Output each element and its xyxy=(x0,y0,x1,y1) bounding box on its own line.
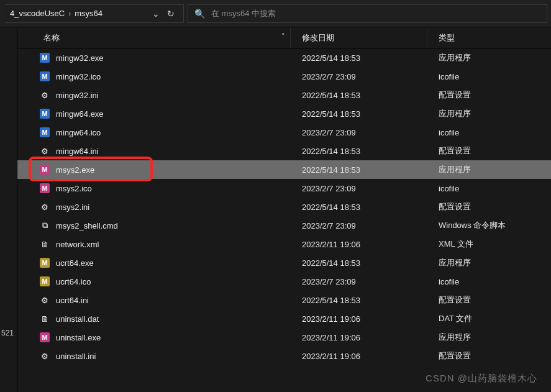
table-row[interactable]: ⧉msys2_shell.cmd2023/2/7 23:09Windows 命令… xyxy=(17,216,551,235)
breadcrumb-current[interactable]: msys64 xyxy=(75,9,102,18)
breadcrumb-sep-icon: › xyxy=(68,9,71,18)
sort-indicator-icon: ˄ xyxy=(281,32,285,40)
file-type: 配置设置 xyxy=(434,350,551,362)
table-row[interactable]: ⚙msys2.ini2022/5/14 18:53配置设置 xyxy=(17,198,551,216)
search-input[interactable]: 🔍 在 msys64 中搜索 xyxy=(188,4,547,23)
file-type: 配置设置 xyxy=(434,89,551,101)
watermark: CSDN @山药脑袋檀木心 xyxy=(426,373,537,385)
file-name: network.xml xyxy=(56,240,297,249)
file-icon: 🗎 xyxy=(40,239,50,249)
file-date: 2023/2/7 23:09 xyxy=(297,184,434,193)
file-name: msys2.ini xyxy=(56,203,297,212)
file-list-pane: 名称 ˄ 修改日期 类型 Mmingw32.exe2022/5/14 18:53… xyxy=(17,27,551,392)
m-logo-icon: M xyxy=(40,53,50,63)
table-row[interactable]: Mmingw64.ico2023/2/7 23:09icofile xyxy=(17,123,551,142)
file-type: 应用程序 xyxy=(434,164,551,175)
column-headers: 名称 ˄ 修改日期 类型 xyxy=(17,27,551,48)
m-logo-icon: M xyxy=(40,109,50,119)
file-name: mingw32.ini xyxy=(56,91,297,100)
table-row[interactable]: 🗎network.xml2023/2/11 19:06XML 文件 xyxy=(17,235,551,253)
m-logo-icon: M xyxy=(40,183,50,193)
file-type: DAT 文件 xyxy=(434,313,551,324)
file-type: 应用程序 xyxy=(434,257,551,268)
file-date: 2022/5/14 18:53 xyxy=(297,296,434,305)
file-date: 2022/5/14 18:53 xyxy=(297,258,434,268)
file-name: ucrt64.exe xyxy=(56,258,297,268)
file-type: Windows 命令脚本 xyxy=(434,220,551,231)
table-row[interactable]: 🗎uninstall.dat2023/2/11 19:06DAT 文件 xyxy=(17,309,551,328)
file-date: 2022/5/14 18:53 xyxy=(297,91,434,100)
table-row[interactable]: Mmsys2.exe2022/5/14 18:53应用程序 xyxy=(17,160,551,179)
file-type: 应用程序 xyxy=(434,332,551,343)
breadcrumb-prev[interactable]: 4_vscodeUseC xyxy=(10,9,65,18)
file-name: mingw64.ini xyxy=(56,147,297,156)
table-row[interactable]: Mucrt64.exe2022/5/14 18:53应用程序 xyxy=(17,253,551,272)
table-row[interactable]: ⚙uninstall.ini2023/2/11 19:06配置设置 xyxy=(17,347,551,365)
table-row[interactable]: ⚙ucrt64.ini2022/5/14 18:53配置设置 xyxy=(17,291,551,309)
file-date: 2023/2/7 23:09 xyxy=(297,277,434,286)
m-logo-icon: M xyxy=(40,127,50,137)
search-placeholder: 在 msys64 中搜索 xyxy=(211,8,276,19)
left-edge: 521 xyxy=(0,27,17,392)
file-name: mingw32.exe xyxy=(56,53,297,63)
file-date: 2022/5/14 18:53 xyxy=(297,109,434,119)
file-type: XML 文件 xyxy=(434,239,551,250)
file-name: uninstall.exe xyxy=(56,333,297,342)
file-type: icofile xyxy=(434,128,551,137)
file-date: 2023/2/7 23:09 xyxy=(297,221,434,230)
settings-file-icon: ⚙ xyxy=(40,146,50,156)
refresh-icon[interactable]: ↻ xyxy=(163,9,178,19)
file-name: mingw64.ico xyxy=(56,128,297,137)
content-area: 521 名称 ˄ 修改日期 类型 Mmingw32.exe2022/5/14 1… xyxy=(0,27,551,392)
file-name: ucrt64.ini xyxy=(56,296,297,305)
file-type: icofile xyxy=(434,72,551,81)
file-name: uninstall.ini xyxy=(56,352,297,361)
sidebar-fragment: 521 xyxy=(1,329,14,337)
m-logo-icon: M xyxy=(40,258,50,268)
file-date: 2023/2/11 19:06 xyxy=(297,314,434,324)
table-row[interactable]: Mmingw64.exe2022/5/14 18:53应用程序 xyxy=(17,104,551,123)
m-logo-icon: M xyxy=(40,276,50,286)
column-date-label: 修改日期 xyxy=(302,32,334,43)
table-row[interactable]: Mmingw32.ico2023/2/7 23:09icofile xyxy=(17,67,551,86)
file-name: msys2_shell.cmd xyxy=(56,221,297,230)
toolbar: 4_vscodeUseC › msys64 ⌄ ↻ 🔍 在 msys64 中搜索 xyxy=(0,0,551,27)
cmd-file-icon: ⧉ xyxy=(40,221,50,230)
column-name-label: 名称 xyxy=(43,32,60,43)
file-date: 2022/5/14 18:53 xyxy=(297,203,434,212)
m-logo-icon: M xyxy=(40,332,50,342)
column-type-label: 类型 xyxy=(439,32,455,43)
table-row[interactable]: Mmsys2.ico2023/2/7 23:09icofile xyxy=(17,179,551,198)
column-type[interactable]: 类型 xyxy=(427,27,551,48)
table-row[interactable]: Mucrt64.ico2023/2/7 23:09icofile xyxy=(17,272,551,291)
settings-file-icon: ⚙ xyxy=(40,295,50,305)
file-type: 配置设置 xyxy=(434,145,551,157)
breadcrumb[interactable]: 4_vscodeUseC › msys64 ⌄ ↻ xyxy=(5,4,184,23)
file-name: mingw32.ico xyxy=(56,72,297,81)
chevron-down-icon[interactable]: ⌄ xyxy=(148,9,163,19)
file-type: 应用程序 xyxy=(434,52,551,63)
search-icon: 🔍 xyxy=(194,9,205,19)
table-row[interactable]: Muninstall.exe2023/2/11 19:06应用程序 xyxy=(17,328,551,347)
file-icon: 🗎 xyxy=(40,314,50,324)
file-rows: Mmingw32.exe2022/5/14 18:53应用程序Mmingw32.… xyxy=(17,48,551,392)
file-type: icofile xyxy=(434,277,551,286)
table-row[interactable]: Mmingw32.exe2022/5/14 18:53应用程序 xyxy=(17,48,551,67)
file-name: uninstall.dat xyxy=(56,314,297,324)
file-name: msys2.exe xyxy=(56,165,297,175)
column-name[interactable]: 名称 ˄ xyxy=(17,27,291,48)
file-date: 2023/2/7 23:09 xyxy=(297,128,434,137)
file-name: msys2.ico xyxy=(56,184,297,193)
file-date: 2023/2/11 19:06 xyxy=(297,333,434,342)
file-date: 2023/2/7 23:09 xyxy=(297,72,434,81)
table-row[interactable]: ⚙mingw32.ini2022/5/14 18:53配置设置 xyxy=(17,86,551,104)
column-date[interactable]: 修改日期 xyxy=(291,27,427,48)
file-type: 配置设置 xyxy=(434,294,551,306)
file-date: 2023/2/11 19:06 xyxy=(297,240,434,249)
file-type: icofile xyxy=(434,184,551,193)
table-row[interactable]: ⚙mingw64.ini2022/5/14 18:53配置设置 xyxy=(17,142,551,160)
file-date: 2023/2/11 19:06 xyxy=(297,352,434,361)
file-name: mingw64.exe xyxy=(56,109,297,119)
settings-file-icon: ⚙ xyxy=(40,90,50,100)
settings-file-icon: ⚙ xyxy=(40,351,50,361)
